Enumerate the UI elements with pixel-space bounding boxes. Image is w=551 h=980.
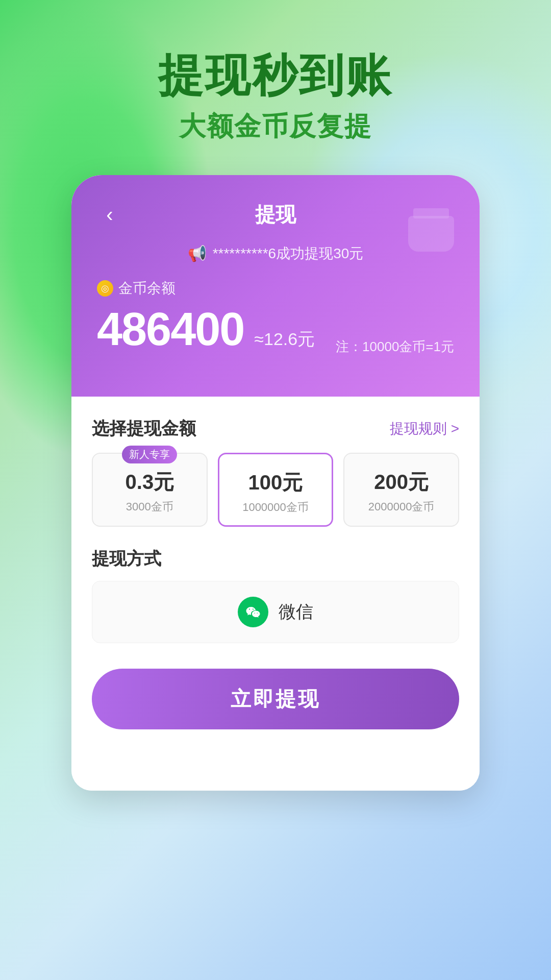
amount-section: 选择提现金额 提现规则 > 新人专享 0.3元 3000金币 100元 1000… [92, 417, 459, 527]
amount-section-header: 选择提现金额 提现规则 > [92, 417, 459, 440]
card-header: ‹ 提现 📢 **********6成功提现30元 ◎ 金币余额 486400 … [71, 175, 480, 397]
method-card[interactable]: 微信 [92, 581, 459, 643]
balance-note: 注：10000金币=1元 [336, 338, 454, 356]
amount-option-1[interactable]: 新人专享 0.3元 3000金币 [92, 453, 208, 527]
balance-section: ◎ 金币余额 486400 ≈12.6元 注：10000金币=1元 [97, 279, 454, 356]
wechat-label: 微信 [279, 600, 313, 624]
speaker-icon: 📢 [188, 244, 207, 262]
withdraw-method-section: 提现方式 微信 [92, 547, 459, 643]
new-user-badge: 新人专享 [122, 446, 177, 463]
wechat-icon [238, 597, 268, 627]
option-amount-2: 100元 [227, 469, 324, 497]
option-amount-3: 200元 [352, 468, 450, 496]
bottom-padding [71, 750, 480, 791]
balance-approx: ≈12.6元 [254, 328, 315, 351]
balance-row: 486400 ≈12.6元 注：10000金币=1元 [97, 303, 454, 356]
notification-text: **********6成功提现30元 [213, 244, 364, 263]
notification-bar: 📢 **********6成功提现30元 [97, 244, 454, 263]
hero-section: 提现秒到账 大额金币反复提 [0, 0, 551, 144]
back-button[interactable]: ‹ [97, 202, 122, 227]
amount-options: 新人专享 0.3元 3000金币 100元 1000000金币 200元 200… [92, 453, 459, 527]
card-body: 选择提现金额 提现规则 > 新人专享 0.3元 3000金币 100元 1000… [71, 397, 480, 750]
balance-label: ◎ 金币余额 [97, 279, 454, 298]
rules-link[interactable]: 提现规则 > [390, 419, 459, 438]
option-amount-1: 0.3元 [101, 468, 199, 496]
option-coins-3: 2000000金币 [352, 499, 450, 514]
amount-section-title: 选择提现金额 [92, 417, 196, 440]
option-coins-1: 3000金币 [101, 499, 199, 514]
amount-option-3[interactable]: 200元 2000000金币 [343, 453, 459, 527]
option-coins-2: 1000000金币 [227, 500, 324, 515]
page-title: 提现 [255, 201, 296, 229]
nav-bar: ‹ 提现 [97, 201, 454, 229]
balance-amount: 486400 [97, 303, 244, 356]
method-title: 提现方式 [92, 547, 459, 571]
submit-button[interactable]: 立即提现 [92, 669, 459, 729]
amount-option-2[interactable]: 100元 1000000金币 [218, 453, 334, 527]
main-title: 提现秒到账 [0, 51, 551, 101]
sub-title: 大额金币反复提 [0, 109, 551, 144]
main-card: ‹ 提现 📢 **********6成功提现30元 ◎ 金币余额 486400 … [71, 175, 480, 791]
coin-icon: ◎ [97, 280, 113, 297]
